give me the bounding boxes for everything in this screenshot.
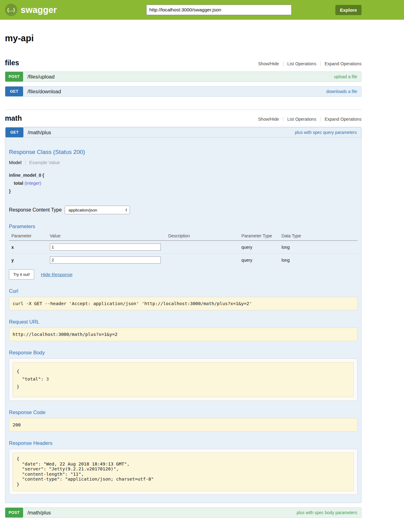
parameter-row-y: y query long [9,254,358,267]
response-headers-heading: Response Headers [9,440,358,446]
try-it-out-button[interactable]: Try it out! [9,269,34,280]
param-description [166,254,239,267]
files-show-hide-link[interactable]: Show/Hide [254,61,283,66]
tab-model[interactable]: Model [9,160,26,165]
param-y-value-input[interactable] [50,256,161,264]
model-tabs: Model Example Value [9,160,358,165]
response-content-type-label: Response Content Type [9,207,62,213]
endpoint-heading[interactable]: POST /files/upload upload a file [5,71,362,82]
response-class-heading: Response Class (Status 200) [9,149,358,155]
math-expand-operations-link[interactable]: Expand Operations [320,117,362,122]
files-section-title[interactable]: files [5,59,19,67]
parameter-row-x: x query long [9,241,358,254]
model-close-line: } [9,187,358,195]
response-headers-code: { "date": "Wed, 22 Aug 2018 18:49:13 GMT… [13,453,354,491]
swagger-logo-icon: {…} [5,4,17,16]
endpoint-get-files-download: GET /files/download downloads a file [5,86,362,97]
endpoint-heading[interactable]: POST /math/plus plus with spec body para… [5,507,362,518]
response-content-type-row: Response Content Type application/json ▲… [9,206,358,214]
endpoint-summary-link[interactable]: upload a file [334,74,357,79]
col-parameter: Parameter [9,231,47,241]
tab-example-value[interactable]: Example Value [26,160,60,165]
col-description: Description [166,231,239,241]
response-content-type-value: application/json [68,208,97,212]
header-bar: {…} swagger Explore [0,0,404,20]
param-description [166,241,239,254]
response-body-code: { "total": 3 } [13,362,354,397]
files-section-controls: Show/Hide List Operations Expand Operati… [254,61,362,66]
param-data-type: long [279,254,358,267]
explore-button[interactable]: Explore [335,5,362,15]
math-show-hide-link[interactable]: Show/Hide [254,117,283,122]
page-title: my-api [5,33,362,43]
math-list-operations-link[interactable]: List Operations [283,117,320,122]
endpoint-summary-link[interactable]: plus with spec query parameters [295,130,357,135]
endpoint-summary-link[interactable]: downloads a file [326,89,357,94]
response-body-container: { "total": 3 } [9,358,358,401]
col-parameter-type: Parameter Type [239,231,279,241]
math-section-header: math Show/Hide List Operations Expand Op… [5,114,362,123]
endpoint-path-link[interactable]: /math/plus [28,130,51,135]
post-method-badge: POST [5,508,23,518]
model-signature: inline_model_0 { total (integer) } [9,171,358,195]
model-name-line: inline_model_0 { [9,171,358,179]
param-type: query [239,241,279,254]
files-expand-operations-link[interactable]: Expand Operations [320,61,362,66]
select-arrows-icon: ▲▼ [125,208,127,212]
endpoint-get-math-plus-expanded: GET /math/plus plus with spec query para… [5,127,362,503]
files-list-operations-link[interactable]: List Operations [283,61,320,66]
endpoint-post-files-upload: POST /files/upload upload a file [5,71,362,82]
parameters-heading: Parameters [9,224,358,229]
endpoint-heading[interactable]: GET /files/download downloads a file [5,86,362,97]
response-code-heading: Response Code [9,409,358,415]
param-type: query [239,254,279,267]
swagger-logo-text: swagger [21,5,57,15]
endpoint-summary-link[interactable]: plus with spec body parameters [297,510,357,515]
request-url-heading: Request URL [9,319,358,325]
endpoint-path-link[interactable]: /math/plus [27,510,51,516]
param-x-value-input[interactable] [50,244,161,251]
response-content-type-select[interactable]: application/json ▲▼ [65,206,130,214]
curl-command: curl -X GET --header 'Accept: applicatio… [9,297,358,310]
math-section-controls: Show/Hide List Operations Expand Operati… [254,117,362,122]
hide-response-link[interactable]: Hide Response [41,272,73,277]
math-section-title[interactable]: math [5,114,22,123]
try-row: Try it out! Hide Response [9,269,358,280]
col-value: Value [47,231,166,241]
get-method-badge: GET [5,87,23,96]
header-content: {…} swagger Explore [5,0,362,20]
response-headers-container: { "date": "Wed, 22 Aug 2018 18:49:13 GMT… [9,449,358,495]
files-section-header: files Show/Hide List Operations Expand O… [5,59,362,67]
parameters-header-row: Parameter Value Description Parameter Ty… [9,231,358,241]
col-data-type: Data Type [279,231,358,241]
endpoint-heading[interactable]: GET /math/plus plus with spec query para… [5,127,361,138]
param-data-type: long [279,241,358,254]
endpoint-path-link[interactable]: /files/upload [27,74,55,80]
spec-url-input[interactable] [146,5,292,15]
post-method-badge: POST [5,72,23,82]
model-property-line: total (integer) [14,179,358,187]
swagger-logo[interactable]: {…} swagger [5,4,57,16]
request-url-value: http://localhost:3000/math/plus?x=1&y=2 [9,328,358,341]
operation-content: Response Class (Status 200) Model Exampl… [5,138,361,503]
param-name: y [9,254,47,267]
page: {…} swagger Explore my-api files Show/Hi… [0,0,404,532]
endpoint-post-math-plus: POST /math/plus plus with spec body para… [5,507,362,518]
param-name: x [9,241,47,254]
curl-heading: Curl [9,288,358,294]
get-method-badge: GET [6,127,23,137]
section-divider [5,110,362,110]
response-body-heading: Response Body [9,350,358,356]
content-wrap: my-api files Show/Hide List Operations E… [5,33,362,518]
parameters-table: Parameter Value Description Parameter Ty… [9,231,358,266]
endpoint-path-link[interactable]: /files/download [27,89,61,95]
response-code-value: 200 [9,418,358,432]
